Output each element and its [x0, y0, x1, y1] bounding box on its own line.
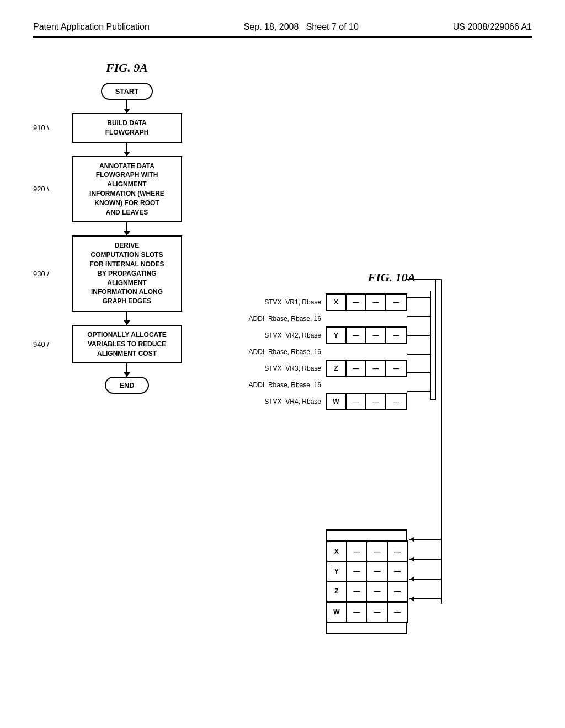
btm-cell-w-1: W: [327, 602, 347, 622]
svg-marker-18: [409, 577, 414, 581]
memory-rows: STVX VR1, Rbase X — — — ADDI Rbase, Rbas…: [237, 293, 546, 410]
header-center: Sep. 18, 2008 Sheet 7 of 10: [244, 22, 359, 32]
cell-3-3: —: [366, 361, 386, 376]
end-terminal: END: [105, 377, 149, 394]
addi-row-3: ADDI Rbase, Rbase, 16: [237, 378, 546, 392]
mem-cells-3: Z — — —: [326, 360, 407, 377]
bottom-row-y: Y — — —: [326, 561, 408, 581]
mem-cells-1: X — — —: [326, 293, 407, 311]
mem-row-2: STVX VR2, Rbase Y — — —: [237, 326, 546, 344]
cell-1-1: X: [327, 295, 347, 310]
step-940-label: 940 /: [33, 340, 49, 349]
fig9a-title: FIG. 9A: [33, 61, 221, 75]
svg-marker-14: [409, 537, 414, 542]
step-940-box: OPTIONALLY ALLOCATEVARIABLES TO REDUCEAL…: [72, 325, 182, 363]
fig10a-title: FIG. 10A: [237, 270, 546, 285]
btm-cell-z-4: —: [387, 581, 407, 601]
cell-2-2: —: [347, 328, 366, 343]
arrow-2: [126, 143, 127, 156]
step-930-box: DERIVECOMPUTATION SLOTSFOR INTERNAL NODE…: [72, 235, 182, 312]
addi-row-2: ADDI Rbase, Rbase, 16: [237, 345, 546, 358]
arrow-1: [126, 100, 127, 113]
mem-label-3: STVX VR3, Rbase: [237, 365, 326, 372]
step-920: 920 \ ANNOTATE DATAFLOWGRAPH WITHALIGNME…: [33, 156, 221, 223]
btm-cell-y-3: —: [367, 561, 387, 581]
mem-label-2: STVX VR2, Rbase: [237, 331, 326, 339]
btm-cell-y-1: Y: [327, 561, 347, 581]
btm-cell-x-1: X: [327, 542, 347, 561]
mem-row-4: STVX VR4, Rbase W — — —: [237, 393, 546, 410]
cell-4-1: W: [327, 394, 347, 409]
fig9a-flowchart: START 910 \ BUILD DATAFLOWGRAPH 920 \ AN…: [33, 83, 221, 394]
header-right: US 2008/229066 A1: [453, 22, 532, 32]
arrow-5: [126, 363, 127, 377]
cell-4-2: —: [347, 394, 366, 409]
cell-3-2: —: [347, 361, 366, 376]
btm-cell-w-2: —: [347, 602, 367, 622]
btm-cell-y-2: —: [347, 561, 367, 581]
step-910: 910 \ BUILD DATAFLOWGRAPH: [33, 113, 221, 143]
btm-cell-w-3: —: [367, 602, 387, 622]
svg-marker-20: [409, 597, 414, 601]
cell-2-3: —: [366, 328, 386, 343]
step-920-box: ANNOTATE DATAFLOWGRAPH WITHALIGNMENTINFO…: [72, 156, 182, 223]
btm-cell-y-4: —: [387, 561, 407, 581]
arrow-3: [126, 222, 127, 235]
btm-cell-z-1: Z: [327, 581, 347, 601]
fig10a-diagram: FIG. 10A STVX VR1, Rbase X — — — ADDI Rb…: [237, 270, 546, 410]
addi-label-3: ADDI Rbase, Rbase, 16: [237, 381, 326, 389]
step-920-label: 920 \: [33, 185, 49, 193]
btm-cell-z-3: —: [367, 581, 387, 601]
addi-label-2: ADDI Rbase, Rbase, 16: [237, 348, 326, 356]
btm-cell-x-3: —: [367, 542, 387, 561]
cell-2-1: Y: [327, 328, 347, 343]
cell-1-3: —: [366, 295, 386, 310]
cell-4-3: —: [366, 394, 386, 409]
btm-cell-z-2: —: [347, 581, 367, 601]
bottom-row-z: Z — — —: [326, 581, 408, 601]
cell-1-2: —: [347, 295, 366, 310]
mem-row-3: STVX VR3, Rbase Z — — —: [237, 360, 546, 377]
cell-3-4: —: [386, 361, 406, 376]
bottom-row-w: W — — —: [326, 601, 408, 623]
addi-row-1: ADDI Rbase, Rbase, 16: [237, 312, 546, 325]
btm-cell-x-4: —: [387, 542, 407, 561]
mem-cells-4: W — — —: [326, 393, 407, 410]
cell-3-1: Z: [327, 361, 347, 376]
btm-cell-w-4: —: [387, 602, 407, 622]
arrow-4: [126, 312, 127, 325]
mem-label-4: STVX VR4, Rbase: [237, 398, 326, 405]
cell-1-4: —: [386, 295, 406, 310]
start-terminal: START: [101, 83, 153, 100]
page-header: Patent Application Publication Sep. 18, …: [33, 22, 532, 38]
mem-label-1: STVX VR1, Rbase: [237, 298, 326, 306]
header-left: Patent Application Publication: [33, 22, 150, 32]
step-930: 930 / DERIVECOMPUTATION SLOTSFOR INTERNA…: [33, 235, 221, 312]
cell-2-4: —: [386, 328, 406, 343]
addi-label-1: ADDI Rbase, Rbase, 16: [237, 315, 326, 323]
cell-4-4: —: [386, 394, 406, 409]
fig9a-diagram: FIG. 9A START 910 \ BUILD DATAFLOWGRAPH …: [33, 61, 221, 394]
mem-cells-2: Y — — —: [326, 326, 407, 344]
bottom-memory-block: X — — — Y — — — Z — — — W — — —: [326, 529, 408, 634]
step-940: 940 / OPTIONALLY ALLOCATEVARIABLES TO RE…: [33, 325, 221, 363]
btm-cell-x-2: —: [347, 542, 367, 561]
bottom-row-x: X — — —: [326, 540, 408, 561]
step-910-box: BUILD DATAFLOWGRAPH: [72, 113, 182, 143]
svg-marker-16: [409, 557, 414, 561]
mem-row-1: STVX VR1, Rbase X — — —: [237, 293, 546, 311]
step-930-label: 930 /: [33, 270, 49, 278]
step-910-label: 910 \: [33, 124, 49, 132]
